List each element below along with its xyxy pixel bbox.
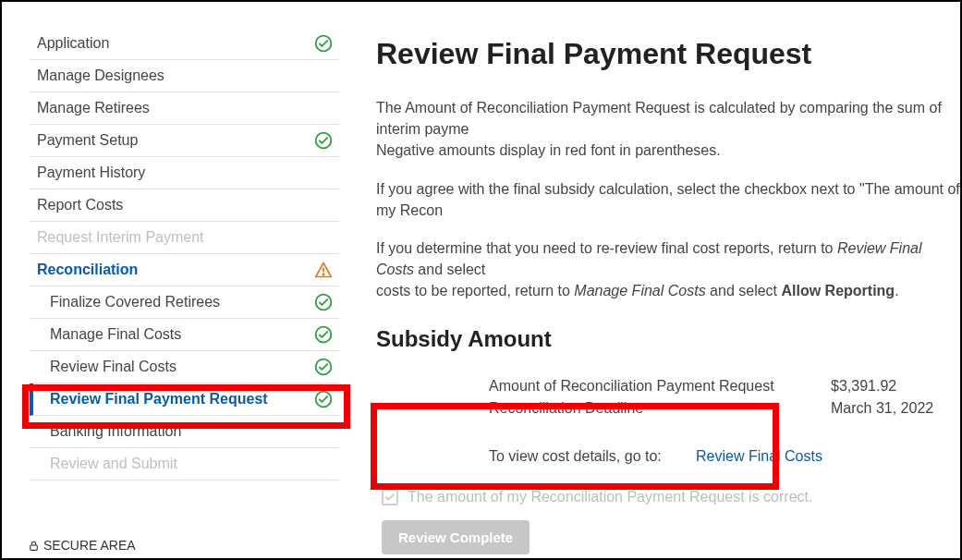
sidebar-item-label: Payment History <box>37 164 145 181</box>
sidebar-item-label: Manage Designees <box>37 67 164 84</box>
sidebar-item-label: Finalize Covered Retirees <box>50 294 220 310</box>
sidebar-item-review-final-payment-request[interactable]: Review Final Payment Request <box>30 383 339 416</box>
confirmation-checkbox-row: The amount of my Reconciliation Payment … <box>382 489 955 505</box>
subsidy-heading: Subsidy Amount <box>376 326 960 352</box>
sidebar-item-label: Report Costs <box>37 197 123 213</box>
page-title: Review Final Payment Request <box>376 37 960 71</box>
subsidy-value: March 31, 2022 <box>831 400 933 417</box>
sidebar-item-label: Reconciliation <box>37 262 138 278</box>
check-icon <box>313 33 334 54</box>
sidebar-item-report-costs[interactable]: Report Costs <box>30 189 339 222</box>
sidebar-item-label: Banking Information <box>50 423 181 440</box>
intro-paragraph-2: If you agree with the final subsidy calc… <box>376 178 960 221</box>
sidebar-item-review-final-costs[interactable]: Review Final Costs <box>30 351 339 383</box>
sidebar-item-payment-history[interactable]: Payment History <box>30 157 339 189</box>
sidebar-item-payment-setup[interactable]: Payment Setup <box>30 125 339 157</box>
sidebar-item-reconciliation[interactable]: Reconciliation <box>30 254 339 286</box>
svg-rect-8 <box>30 544 38 549</box>
sidebar-nav: Application Manage Designees Manage Reti… <box>30 28 339 558</box>
svg-point-3 <box>323 274 323 274</box>
intro-paragraph-1: The Amount of Reconciliation Payment Req… <box>376 97 960 162</box>
sidebar-item-label: Manage Final Costs <box>50 326 181 343</box>
cost-details-label: To view cost details, go to: <box>489 448 696 465</box>
subsidy-label: Amount of Reconciliation Payment Request <box>489 378 831 395</box>
sidebar-item-manage-retirees[interactable]: Manage Retirees <box>30 92 339 125</box>
cost-details-row: To view cost details, go to: Review Fina… <box>489 448 960 465</box>
main-content: Review Final Payment Request The Amount … <box>339 28 960 558</box>
sidebar-item-review-and-submit: Review and Submit <box>30 448 339 481</box>
sidebar-item-label: Review Final Payment Request <box>50 391 268 408</box>
sidebar-item-label: Payment Setup <box>37 132 138 149</box>
confirmation-checkbox-label: The amount of my Reconciliation Payment … <box>408 489 812 505</box>
sidebar-item-label: Request Interim Payment <box>37 229 204 246</box>
confirmation-checkbox <box>382 489 398 505</box>
sidebar-item-label: Application <box>37 35 109 52</box>
check-icon <box>313 292 334 312</box>
sidebar-item-manage-final-costs[interactable]: Manage Final Costs <box>30 319 339 351</box>
check-icon <box>313 357 334 377</box>
subsidy-value: $3,391.92 <box>831 378 896 395</box>
sidebar-item-banking-information[interactable]: Banking Information <box>30 416 339 448</box>
sidebar-item-label: Review Final Costs <box>50 359 177 375</box>
check-icon <box>313 389 334 409</box>
intro-paragraph-3: If you determine that you need to re-rev… <box>376 237 960 302</box>
sidebar-item-application[interactable]: Application <box>30 28 339 60</box>
warning-icon <box>313 260 334 280</box>
review-complete-button: Review Complete <box>382 520 530 554</box>
subsidy-row-amount: Amount of Reconciliation Payment Request… <box>489 378 960 395</box>
review-final-costs-link[interactable]: Review Final Costs <box>696 448 822 465</box>
check-icon <box>313 130 334 151</box>
check-icon <box>313 324 334 345</box>
subsidy-table: Amount of Reconciliation Payment Request… <box>489 378 960 465</box>
sidebar-item-label: Manage Retirees <box>37 100 150 116</box>
sidebar-item-finalize-covered-retirees[interactable]: Finalize Covered Retirees <box>30 286 339 319</box>
lock-icon <box>28 540 40 552</box>
secure-area-indicator: SECURE AREA <box>28 538 136 553</box>
subsidy-label: Reconciliation Deadline <box>489 400 831 417</box>
checkmark-icon <box>384 492 396 503</box>
sidebar-item-manage-designees[interactable]: Manage Designees <box>30 60 339 92</box>
sidebar-item-request-interim-payment: Request Interim Payment <box>30 222 339 254</box>
subsidy-row-deadline: Reconciliation Deadline March 31, 2022 <box>489 400 960 417</box>
confirmation-area: The amount of my Reconciliation Payment … <box>376 483 960 559</box>
sidebar-item-label: Review and Submit <box>50 456 177 472</box>
